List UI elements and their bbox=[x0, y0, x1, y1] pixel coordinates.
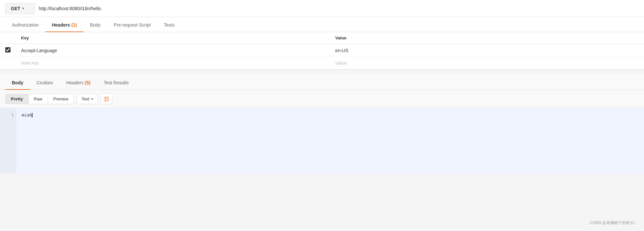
new-row: New key Value bbox=[0, 57, 644, 69]
line-number: 1 bbox=[3, 112, 14, 119]
tab-authorization[interactable]: Authorization bbox=[5, 18, 45, 32]
response-tabs: Body Cookies Headers (5) Test Results bbox=[0, 75, 644, 90]
row-checkbox-cell[interactable] bbox=[0, 44, 16, 57]
format-raw-btn[interactable]: Raw bbox=[29, 94, 48, 104]
line-number bbox=[3, 125, 14, 132]
method-chevron-icon: ▾ bbox=[22, 7, 24, 10]
tab-headers[interactable]: Headers (1) bbox=[45, 18, 83, 32]
code-content[interactable]: miah bbox=[16, 108, 644, 174]
new-key-cell[interactable]: New key bbox=[16, 57, 330, 69]
format-group: Pretty Raw Preview bbox=[5, 94, 74, 104]
row-key-cell[interactable]: Accept-Language bbox=[16, 44, 330, 57]
method-selector[interactable]: GET ▾ bbox=[5, 3, 35, 14]
resp-tab-cookies[interactable]: Cookies bbox=[30, 76, 60, 90]
resp-tab-headers[interactable]: Headers (5) bbox=[60, 76, 97, 90]
line-number bbox=[3, 138, 14, 145]
row-value-cell[interactable]: en-US bbox=[330, 44, 644, 57]
url-bar: GET ▾ bbox=[0, 0, 644, 17]
tab-body[interactable]: Body bbox=[83, 18, 107, 32]
line-numbers: 1 bbox=[0, 108, 16, 174]
tab-prerequest[interactable]: Pre-request Script bbox=[107, 18, 157, 32]
format-preview-btn[interactable]: Preview bbox=[48, 94, 74, 104]
wrap-button[interactable] bbox=[101, 93, 112, 104]
type-selector[interactable]: Text ▾ bbox=[77, 94, 98, 104]
tab-tests[interactable]: Tests bbox=[157, 18, 181, 32]
request-tabs: Authorization Headers (1) Body Pre-reque… bbox=[0, 17, 644, 32]
line-number bbox=[3, 132, 14, 138]
resp-headers-badge: (5) bbox=[85, 80, 90, 85]
type-chevron-icon: ▾ bbox=[91, 97, 93, 101]
format-pretty-btn[interactable]: Pretty bbox=[6, 94, 29, 104]
new-value-cell[interactable]: Value bbox=[330, 57, 644, 69]
header-checkbox-col bbox=[0, 32, 16, 44]
headers-table: Key Value Accept-Language en-US bbox=[0, 32, 644, 69]
line-number bbox=[3, 119, 14, 125]
headers-badge: (1) bbox=[71, 22, 77, 28]
row-checkbox[interactable] bbox=[5, 47, 11, 52]
url-input[interactable] bbox=[39, 3, 639, 14]
header-key-col: Key bbox=[16, 32, 330, 44]
method-label: GET bbox=[11, 6, 20, 11]
body-toolbar: Pretty Raw Preview Text ▾ bbox=[0, 90, 644, 108]
header-value-col: Value bbox=[330, 32, 644, 44]
wrap-icon bbox=[104, 96, 109, 102]
table-row: Accept-Language en-US bbox=[0, 44, 644, 57]
code-area: 1 miah bbox=[0, 108, 644, 174]
new-row-checkbox-cell bbox=[0, 57, 16, 69]
resp-tab-body[interactable]: Body bbox=[5, 76, 30, 90]
resp-tab-testresults[interactable]: Test Results bbox=[97, 76, 135, 90]
footer-watermark: CSDN @老橘树下的桥头~ bbox=[590, 220, 636, 226]
code-line-1: miah bbox=[22, 113, 33, 117]
headers-section: Key Value Accept-Language en-US bbox=[0, 32, 644, 70]
type-label: Text bbox=[81, 96, 89, 101]
